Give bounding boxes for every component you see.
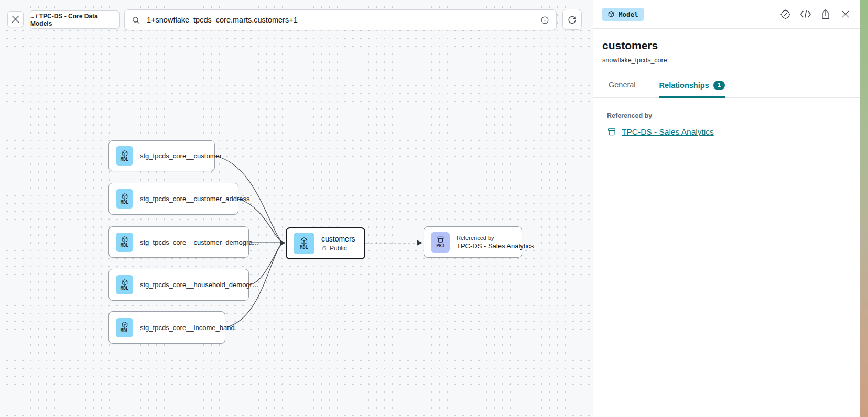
referencing-project-name: TPC-DS - Sales Analytics bbox=[622, 127, 714, 137]
lineage-selector-bar[interactable] bbox=[124, 9, 557, 30]
close-icon bbox=[10, 14, 20, 24]
resource-type-badge: Model bbox=[602, 8, 644, 21]
model-cube-icon bbox=[607, 10, 615, 18]
model-icon: MDL bbox=[116, 275, 133, 294]
details-tabs: General Relationships 1 bbox=[593, 81, 860, 98]
tab-relationships-label: Relationships bbox=[659, 81, 709, 90]
lineage-canvas[interactable]: .. / TPC-DS - Core Data Models MDL stg_t… bbox=[0, 0, 593, 417]
relationships-count-badge: 1 bbox=[713, 81, 725, 90]
model-icon: MDL bbox=[116, 318, 133, 337]
refresh-icon bbox=[567, 15, 577, 25]
exit-lineage-button[interactable] bbox=[7, 11, 24, 27]
resource-type-label: Model bbox=[619, 10, 638, 18]
lineage-edges bbox=[0, 0, 593, 417]
public-access-icon bbox=[321, 245, 327, 251]
share-icon[interactable] bbox=[819, 8, 831, 20]
project-icon: PRJ bbox=[431, 232, 450, 253]
model-icon: MDL bbox=[116, 189, 133, 208]
referenced-by-label: Referenced by bbox=[607, 112, 847, 119]
model-icon: MDL bbox=[116, 233, 133, 252]
breadcrumb[interactable]: .. / TPC-DS - Core Data Models bbox=[30, 10, 120, 29]
breadcrumb-label: .. / TPC-DS - Core Data Models bbox=[30, 13, 119, 27]
referenced-by-section: Referenced by TPC-DS - Sales Analytics bbox=[593, 98, 860, 139]
explore-compass-icon[interactable] bbox=[779, 8, 791, 20]
referencing-project-link[interactable]: TPC-DS - Sales Analytics bbox=[607, 127, 714, 137]
page-title: customers bbox=[602, 39, 847, 52]
graph-node-stg-tpcds-core-customer-address[interactable]: MDL stg_tpcds_core__customer_address bbox=[108, 183, 238, 215]
lineage-explorer-app: .. / TPC-DS - Core Data Models MDL stg_t… bbox=[0, 0, 868, 417]
tab-general[interactable]: General bbox=[609, 81, 636, 97]
graph-node-stg-tpcds-core-customer[interactable]: MDL stg_tpcds_core__customer bbox=[108, 140, 215, 171]
graph-node-stg-tpcds-core-income-band[interactable]: MDL stg_tpcds_core__income_band bbox=[108, 311, 225, 344]
model-icon: MDL bbox=[116, 146, 133, 166]
model-icon: MDL bbox=[294, 233, 314, 254]
selector-input[interactable] bbox=[146, 15, 535, 25]
code-icon[interactable] bbox=[799, 8, 811, 20]
graph-node-stg-tpcds-core-customer-demographics[interactable]: MDL stg_tpcds_core__customer_demogra… bbox=[108, 226, 249, 258]
close-panel-icon[interactable] bbox=[839, 8, 851, 20]
project-subtitle: snowflake_tpcds_core bbox=[602, 57, 847, 64]
graph-node-referencing-project[interactable]: PRJ Referenced by TPC-DS - Sales Analyti… bbox=[424, 226, 522, 258]
graph-node-stg-tpcds-core-household-demographics[interactable]: MDL stg_tpcds_core__household_demogr… bbox=[108, 269, 249, 301]
desktop-wallpaper-edge bbox=[860, 0, 868, 417]
info-icon[interactable] bbox=[540, 16, 549, 25]
graph-node-customers-selected[interactable]: MDL customers Public bbox=[286, 227, 365, 259]
tab-relationships[interactable]: Relationships 1 bbox=[659, 81, 725, 98]
refresh-lineage-button[interactable] bbox=[562, 9, 582, 30]
details-panel: Model customers snowflake_tpcds_core bbox=[593, 0, 860, 417]
project-archive-icon bbox=[607, 127, 616, 137]
details-panel-header: Model bbox=[593, 0, 860, 29]
access-label: Public bbox=[330, 245, 347, 252]
search-icon bbox=[132, 16, 140, 25]
